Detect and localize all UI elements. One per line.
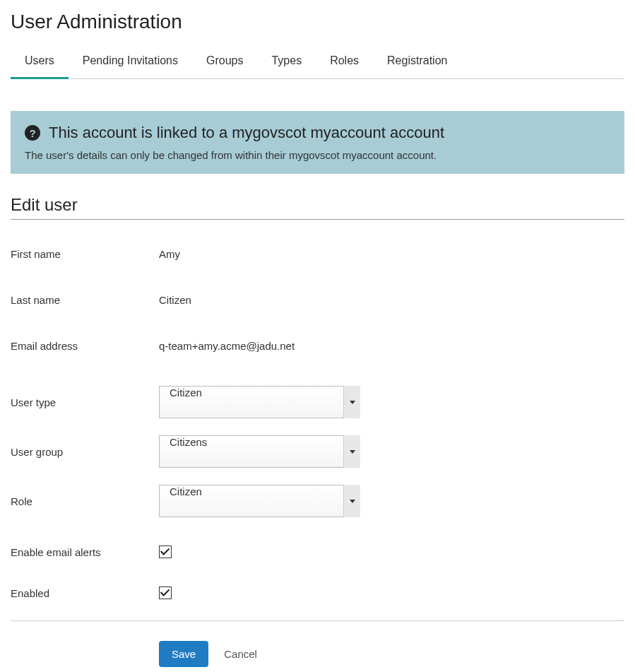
tab-pending-invitations[interactable]: Pending Invitations <box>69 46 192 78</box>
user-group-select[interactable]: Citizens <box>159 435 360 468</box>
tab-types[interactable]: Types <box>257 46 316 78</box>
help-icon: ? <box>25 125 40 141</box>
page-title: User Administration <box>11 11 624 33</box>
role-select[interactable]: Citizen <box>159 485 360 517</box>
enabled-checkbox[interactable] <box>159 586 172 599</box>
tab-roles[interactable]: Roles <box>316 46 373 78</box>
alert-title: This account is linked to a mygovscot my… <box>49 124 444 142</box>
user-group-label: User group <box>11 446 159 458</box>
section-title: Edit user <box>11 195 624 220</box>
cancel-button[interactable]: Cancel <box>224 648 257 660</box>
tab-groups[interactable]: Groups <box>192 46 257 78</box>
first-name-value: Amy <box>159 248 180 260</box>
user-type-label: User type <box>11 396 159 408</box>
email-alerts-checkbox[interactable] <box>159 546 172 558</box>
email-alerts-label: Enable email alerts <box>11 546 159 558</box>
alert-body: The user's details can only be changed f… <box>25 149 610 161</box>
role-label: Role <box>11 495 159 507</box>
enabled-label: Enabled <box>11 587 159 599</box>
last-name-label: Last name <box>11 294 159 306</box>
tabs: Users Pending Invitations Groups Types R… <box>11 46 624 79</box>
tab-registration[interactable]: Registration <box>373 46 461 78</box>
save-button[interactable]: Save <box>159 641 208 667</box>
linked-account-alert: ? This account is linked to a mygovscot … <box>11 111 624 174</box>
divider <box>11 620 624 621</box>
user-type-select[interactable]: Citizen <box>159 386 360 418</box>
email-label: Email address <box>11 340 159 352</box>
tab-users[interactable]: Users <box>11 46 69 79</box>
last-name-value: Citizen <box>159 294 191 306</box>
email-value: q-team+amy.acme@jadu.net <box>159 340 295 352</box>
first-name-label: First name <box>11 248 159 260</box>
